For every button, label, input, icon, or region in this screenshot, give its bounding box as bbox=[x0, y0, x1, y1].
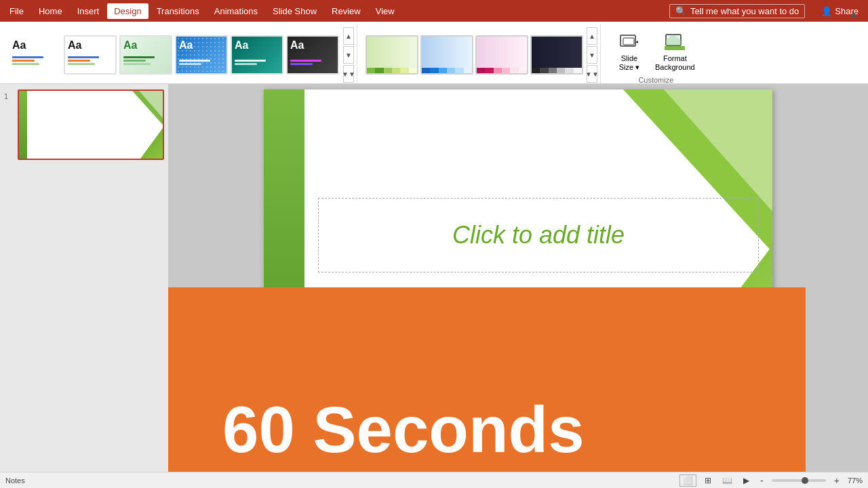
theme-facet[interactable]: Aa bbox=[286, 35, 339, 75]
status-bar-right: ⬜ ⊞ 📖 ▶ - + 77% bbox=[679, 474, 863, 487]
slide-thumb-inner bbox=[19, 91, 163, 159]
customize-group: SlideSize ▾ FormatBackground Customize bbox=[606, 24, 706, 83]
view-sorter-icon[interactable]: ⊞ bbox=[702, 475, 714, 486]
menu-home[interactable]: Home bbox=[32, 3, 69, 19]
variant-scroll-up[interactable]: ▲ bbox=[587, 27, 597, 45]
customize-buttons: SlideSize ▾ FormatBackground bbox=[612, 24, 701, 75]
theme-scroll-arrows: ▲ ▼ ▼▼ bbox=[343, 27, 354, 83]
variants-group: ▲ ▼ ▼▼ Variants bbox=[363, 24, 601, 83]
variant-2-strip bbox=[422, 68, 472, 73]
theme-label-2: Aa bbox=[68, 39, 81, 52]
theme-label-3: Aa bbox=[123, 39, 137, 52]
variant-1-strip bbox=[367, 68, 417, 73]
menu-animations[interactable]: Animations bbox=[208, 3, 264, 19]
format-background-label: FormatBackground bbox=[655, 54, 695, 72]
svg-rect-1 bbox=[623, 38, 634, 45]
zoom-slider-thumb bbox=[802, 477, 808, 484]
search-text: Tell me what you want to do bbox=[690, 6, 799, 16]
orange-overlay: 60 Seconds bbox=[168, 287, 806, 472]
slide-size-icon bbox=[618, 31, 640, 53]
variants-items: ▲ ▼ ▼▼ bbox=[366, 24, 597, 83]
overlay-text: 60 Seconds bbox=[168, 392, 585, 467]
theme-lines-3 bbox=[123, 56, 168, 66]
menu-slideshow[interactable]: Slide Show bbox=[266, 3, 323, 19]
slide-thumb-tri2 bbox=[139, 91, 163, 118]
format-background-button[interactable]: FormatBackground bbox=[650, 28, 701, 75]
variant-3-strip bbox=[477, 68, 527, 73]
slide-size-button[interactable]: SlideSize ▾ bbox=[612, 28, 647, 75]
themes-group: Aa Aa Aa bbox=[5, 24, 357, 83]
theme-ion[interactable]: Aa bbox=[175, 35, 228, 75]
theme-label-5: Aa bbox=[235, 39, 248, 52]
title-textbox[interactable]: Click to add title bbox=[318, 198, 759, 272]
menu-review[interactable]: Review bbox=[325, 3, 368, 19]
slide-thumb-left-bar bbox=[19, 91, 27, 159]
theme-scroll-up[interactable]: ▲ bbox=[343, 27, 354, 45]
theme-gallery[interactable]: Aa bbox=[119, 35, 172, 75]
menu-design[interactable]: Design bbox=[107, 3, 148, 19]
title-placeholder-text: Click to add title bbox=[452, 221, 625, 249]
slide-number-1: 1 bbox=[4, 92, 14, 100]
svg-rect-3 bbox=[665, 46, 685, 50]
slide-canvas-area: Click to add title subtitle 60 Seconds bbox=[168, 84, 868, 472]
menu-insert[interactable]: Insert bbox=[71, 3, 106, 19]
view-reading-icon[interactable]: 📖 bbox=[719, 475, 735, 486]
theme-office2[interactable]: Aa bbox=[64, 35, 117, 75]
menu-search[interactable]: 🔍 Tell me what you want to do bbox=[669, 4, 805, 18]
notes-button[interactable]: Notes bbox=[5, 476, 25, 485]
zoom-plus-button[interactable]: + bbox=[831, 475, 842, 486]
share-icon: 👤 bbox=[821, 6, 832, 16]
main-area: 1 Click to add bbox=[0, 84, 868, 472]
theme-lines-2 bbox=[68, 56, 113, 66]
theme-label-1: Aa bbox=[12, 39, 26, 52]
slide-thumb-poly bbox=[125, 128, 163, 159]
theme-office[interactable]: Aa bbox=[8, 35, 61, 75]
format-background-icon bbox=[664, 31, 686, 53]
variant-4-strip bbox=[532, 68, 582, 73]
menu-transitions[interactable]: Transitions bbox=[150, 3, 206, 19]
search-icon: 🔍 bbox=[675, 6, 686, 16]
theme-lines-1 bbox=[12, 56, 57, 66]
menu-view[interactable]: View bbox=[369, 3, 401, 19]
status-bar: Notes ⬜ ⊞ 📖 ▶ - + 77% bbox=[0, 472, 868, 488]
themes-items: Aa Aa Aa bbox=[8, 24, 354, 83]
menu-bar: File Home Insert Design Transitions Anim… bbox=[0, 0, 868, 22]
variant-2[interactable] bbox=[420, 35, 473, 75]
zoom-minus-button[interactable]: - bbox=[757, 475, 766, 486]
view-normal-icon[interactable]: ⬜ bbox=[679, 474, 696, 487]
theme-lines-6 bbox=[290, 60, 335, 66]
slide-panel: 1 bbox=[0, 84, 168, 472]
variant-4[interactable] bbox=[530, 35, 583, 75]
zoom-slider[interactable] bbox=[772, 479, 826, 482]
slide-size-label: SlideSize ▾ bbox=[619, 54, 639, 72]
theme-scroll-down[interactable]: ▼ bbox=[343, 46, 354, 64]
slide-thumb-1[interactable] bbox=[18, 89, 164, 160]
zoom-level[interactable]: 77% bbox=[848, 476, 863, 485]
view-slideshow-icon[interactable]: ▶ bbox=[741, 475, 752, 486]
variant-1[interactable] bbox=[366, 35, 418, 75]
ribbon-collapse-button[interactable]: ▲ bbox=[845, 7, 863, 20]
variant-scroll-down[interactable]: ▼ bbox=[587, 46, 597, 64]
theme-label-6: Aa bbox=[290, 39, 304, 52]
variant-scroll-arrows: ▲ ▼ ▼▼ bbox=[587, 27, 597, 83]
variant-scroll-more[interactable]: ▼▼ bbox=[587, 65, 597, 83]
ribbon: Aa Aa Aa bbox=[0, 22, 868, 84]
slide-tri-2 bbox=[664, 89, 772, 211]
menu-file[interactable]: File bbox=[3, 3, 31, 19]
theme-droplet[interactable]: Aa bbox=[231, 35, 283, 75]
slide-item-1: 1 bbox=[4, 89, 164, 160]
variant-3[interactable] bbox=[475, 35, 528, 75]
theme-lines-5 bbox=[235, 60, 279, 66]
theme-scroll-more[interactable]: ▼▼ bbox=[343, 65, 354, 83]
